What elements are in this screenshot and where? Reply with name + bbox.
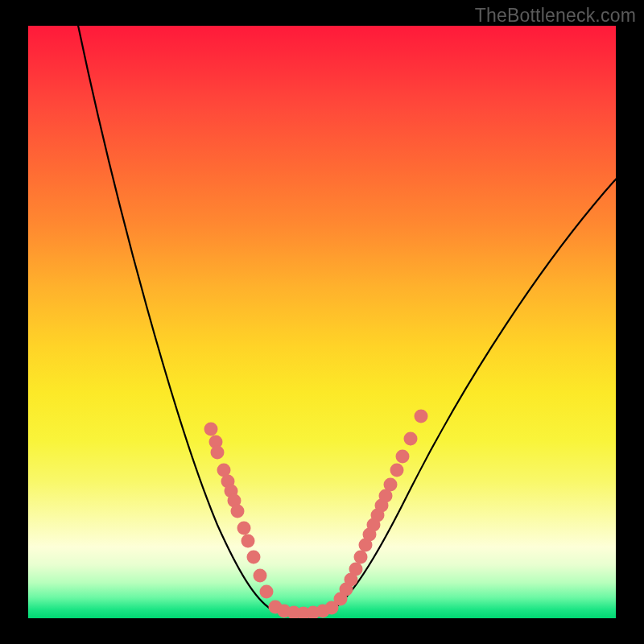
dots-group <box>204 410 428 619</box>
data-dot <box>242 535 255 548</box>
plot-area <box>28 26 616 618</box>
watermark-text: TheBottleneck.com <box>475 5 636 27</box>
data-dot <box>404 432 418 446</box>
data-dot <box>204 423 218 436</box>
data-dot <box>349 563 363 576</box>
data-dot <box>211 446 225 460</box>
data-dot <box>415 410 428 423</box>
data-dot <box>260 585 274 599</box>
chart-frame: TheBottleneck.com <box>0 0 644 644</box>
data-dot <box>254 569 267 583</box>
data-dot <box>247 551 261 564</box>
data-dot <box>396 450 410 464</box>
data-dot <box>237 522 251 535</box>
curve-svg <box>28 26 616 618</box>
data-dot <box>354 551 368 564</box>
data-dot <box>231 505 245 518</box>
curve-left-branch <box>76 26 286 613</box>
curve-right-branch <box>332 175 616 609</box>
data-dot <box>384 478 398 492</box>
data-dot <box>390 464 404 477</box>
